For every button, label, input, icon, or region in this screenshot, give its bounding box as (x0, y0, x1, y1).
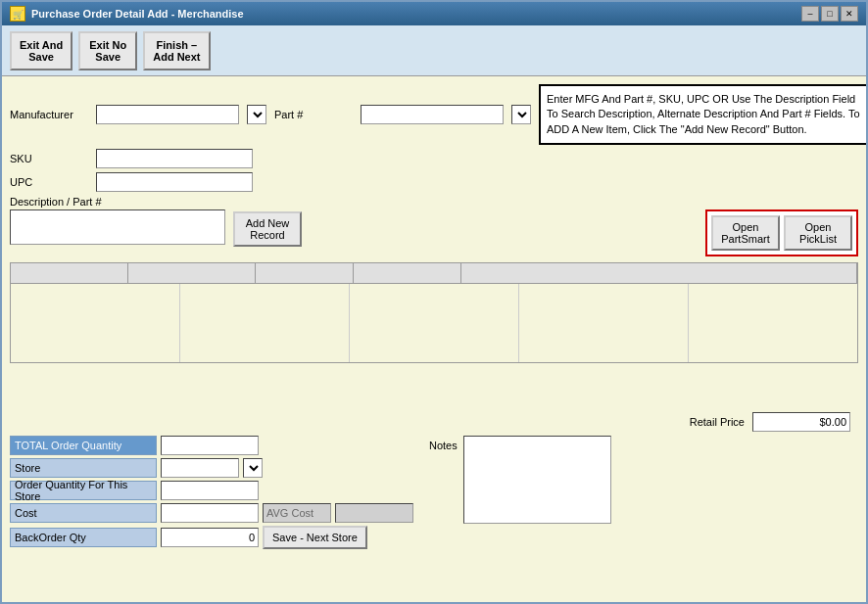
open-buttons-box: OpenPartSmart OpenPickList (705, 209, 858, 256)
data-grid (10, 262, 858, 363)
finish-add-next-button[interactable]: Finish –Add Next (143, 31, 210, 70)
upc-input[interactable] (96, 172, 253, 192)
grid-col4-header (354, 263, 461, 283)
grid-body-col2 (180, 284, 350, 362)
grid-body-col3 (350, 284, 519, 362)
part-dropdown[interactable] (511, 105, 531, 124)
title-bar-controls: – □ ✕ (801, 6, 858, 22)
backorder-qty-input[interactable] (161, 528, 259, 547)
backorder-qty-row: BackOrder Qty Save - Next Store (10, 526, 413, 549)
notes-area: Notes (429, 436, 611, 594)
grid-body-col4 (519, 284, 689, 362)
main-content: Manufacturer Part # Enter MFG And Part #… (2, 76, 866, 602)
manufacturer-label: Manufacturer (10, 109, 88, 120)
order-qty-store-label: Order Quantity For This Store (10, 481, 157, 500)
store-dropdown[interactable] (243, 458, 263, 478)
add-new-record-button[interactable]: Add NewRecord (233, 211, 302, 247)
grid-body (11, 284, 857, 362)
bottom-section: TOTAL Order Quantity Store Order Quantit… (10, 436, 858, 594)
save-next-store-button[interactable]: Save - Next Store (263, 526, 367, 549)
total-order-qty-label: TOTAL Order Quantity (10, 436, 157, 455)
upc-row: UPC (10, 172, 858, 192)
close-button[interactable]: ✕ (841, 6, 858, 22)
notes-label: Notes (429, 436, 458, 451)
grid-header (11, 263, 857, 284)
info-text: Enter MFG And Part #, SKU, UPC OR Use Th… (547, 93, 860, 135)
description-label: Description / Part # (10, 196, 225, 208)
description-section: Description / Part # (10, 196, 225, 245)
order-qty-store-row: Order Quantity For This Store (10, 481, 413, 500)
retail-price-row: Retail Price (10, 412, 858, 432)
toolbar: Exit AndSave Exit NoSave Finish –Add Nex… (2, 25, 866, 76)
grid-col1-header (11, 263, 128, 283)
maximize-button[interactable]: □ (821, 6, 839, 22)
part-input[interactable] (361, 105, 504, 124)
cost-input[interactable] (161, 503, 259, 523)
backorder-qty-label: BackOrder Qty (10, 528, 157, 547)
app-icon: 🛒 (10, 6, 25, 22)
open-picklist-button[interactable]: OpenPickList (784, 215, 852, 251)
grid-col2-header (128, 263, 256, 283)
order-qty-store-input[interactable] (161, 481, 259, 500)
grid-col5-header (461, 263, 857, 283)
upc-label: UPC (10, 176, 88, 188)
manufacturer-dropdown[interactable] (247, 105, 266, 124)
add-new-record-section: Add NewRecord (233, 211, 302, 247)
avg-cost-label: AVG Cost (263, 503, 331, 523)
title-bar-left: 🛒 Purchase Order Detail Add - Merchandis… (10, 6, 244, 22)
notes-textarea[interactable] (463, 436, 611, 524)
sku-input[interactable] (96, 149, 253, 168)
cost-label: Cost (10, 503, 157, 523)
description-row: Description / Part # Add NewRecord OpenP… (10, 196, 858, 256)
info-box: Enter MFG And Part #, SKU, UPC OR Use Th… (539, 84, 866, 145)
grid-col3-header (256, 263, 354, 283)
window-title: Purchase Order Detail Add - Merchandise (31, 8, 244, 20)
grid-body-col1 (11, 284, 180, 362)
sku-row: SKU (10, 149, 858, 168)
spacer-area (10, 369, 858, 408)
store-input[interactable] (161, 458, 239, 478)
main-window: 🛒 Purchase Order Detail Add - Merchandis… (0, 0, 868, 604)
cost-row: Cost AVG Cost (10, 503, 413, 523)
exit-save-button[interactable]: Exit AndSave (10, 31, 72, 70)
minimize-button[interactable]: – (801, 6, 819, 22)
open-partsmart-button[interactable]: OpenPartSmart (711, 215, 780, 251)
store-row: Store (10, 458, 413, 478)
retail-price-input[interactable] (752, 412, 850, 432)
description-input[interactable] (10, 209, 225, 245)
part-label: Part # (274, 109, 353, 120)
sku-label: SKU (10, 153, 88, 164)
total-order-qty-row: TOTAL Order Quantity (10, 436, 413, 455)
title-bar: 🛒 Purchase Order Detail Add - Merchandis… (2, 2, 866, 25)
total-order-qty-input[interactable] (161, 436, 259, 455)
store-label: Store (10, 458, 157, 478)
exit-no-save-button[interactable]: Exit NoSave (78, 31, 137, 70)
retail-price-label: Retail Price (690, 416, 745, 428)
manufacturer-row: Manufacturer Part # Enter MFG And Part #… (10, 84, 858, 145)
avg-cost-input[interactable] (335, 503, 413, 523)
manufacturer-input[interactable] (96, 105, 239, 124)
bottom-left-fields: TOTAL Order Quantity Store Order Quantit… (10, 436, 413, 594)
grid-body-col5 (689, 284, 857, 362)
